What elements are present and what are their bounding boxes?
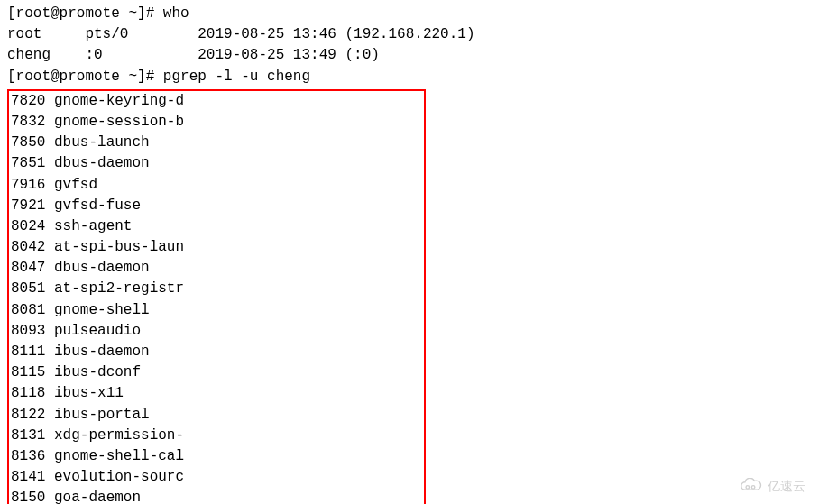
process-pid: 7850 (11, 134, 45, 151)
process-pid: 8093 (11, 323, 45, 339)
process-name: gnome-shell-cal (54, 448, 184, 464)
process-name: dbus-daemon (54, 155, 150, 171)
process-pid: 8150 (11, 490, 45, 504)
pgrep-output-row: 7832 gnome-session-b (11, 112, 422, 133)
process-pid: 8131 (11, 427, 45, 444)
pgrep-output-row: 8122 ibus-portal (11, 405, 422, 426)
svg-point-1 (751, 485, 755, 489)
pgrep-output-highlight-box: 7820 gnome-keyring-d 7832 gnome-session-… (7, 89, 426, 504)
process-name: pulseaudio (54, 323, 141, 339)
pgrep-output-row: 8136 gnome-shell-cal (11, 446, 422, 467)
svg-point-0 (746, 485, 750, 489)
process-name: gnome-keyring-d (54, 93, 184, 109)
pgrep-output-row: 8051 at-spi2-registr (11, 279, 422, 299)
process-pid: 8024 (11, 218, 45, 234)
who-output-row: root pts/0 2019-08-25 13:46 (192.168.220… (7, 24, 812, 45)
pgrep-output-row: 8081 gnome-shell (11, 300, 422, 321)
process-pid: 8042 (11, 239, 45, 255)
pgrep-output-row: 7851 dbus-daemon (11, 153, 422, 174)
pgrep-output-row: 8115 ibus-dconf (11, 362, 422, 383)
cloud-icon (739, 478, 764, 494)
process-pid: 8081 (11, 302, 45, 318)
command-text: pgrep -l -u cheng (163, 69, 310, 85)
pgrep-output-row: 8047 dbus-daemon (11, 258, 422, 279)
pgrep-output-row: 7850 dbus-launch (11, 133, 422, 153)
pgrep-output-row: 8042 at-spi-bus-laun (11, 237, 422, 258)
shell-prompt: [root@promote ~]# (7, 5, 163, 22)
pgrep-output-row: 8118 ibus-x11 (11, 383, 422, 404)
who-output-row: cheng :0 2019-08-25 13:49 (:0) (7, 45, 812, 66)
pgrep-output-row: 7921 gvfsd-fuse (11, 196, 422, 216)
process-name: xdg-permission- (54, 427, 184, 444)
process-pid: 8047 (11, 260, 45, 276)
pgrep-output-row: 8024 ssh-agent (11, 216, 422, 237)
process-name: dbus-launch (54, 134, 150, 151)
process-name: at-spi-bus-laun (54, 239, 184, 255)
terminal-line-cmd2: [root@promote ~]# pgrep -l -u cheng (7, 67, 812, 87)
process-name: ibus-x11 (54, 385, 124, 401)
process-name: gvfsd-fuse (54, 197, 141, 214)
process-pid: 7851 (11, 155, 45, 171)
watermark: 亿速云 (739, 477, 805, 495)
process-name: ibus-portal (54, 407, 150, 423)
process-name: dbus-daemon (54, 260, 150, 276)
watermark-text: 亿速云 (768, 477, 805, 495)
process-name: goa-daemon (54, 490, 141, 504)
pgrep-output-row: 8131 xdg-permission- (11, 426, 422, 446)
process-pid: 8111 (11, 344, 45, 360)
process-name: ibus-dconf (54, 364, 141, 380)
pgrep-output-row: 8111 ibus-daemon (11, 342, 422, 362)
process-name: ibus-daemon (54, 344, 150, 360)
terminal-line-cmd1: [root@promote ~]# who (7, 4, 812, 24)
process-name: gnome-session-b (54, 114, 184, 130)
process-pid: 8115 (11, 364, 45, 380)
process-name: gvfsd (54, 177, 97, 193)
process-pid: 8122 (11, 407, 45, 423)
process-pid: 8136 (11, 448, 45, 464)
process-pid: 7820 (11, 93, 45, 109)
command-text: who (163, 5, 189, 22)
pgrep-output-row: 8093 pulseaudio (11, 321, 422, 342)
process-name: evolution-sourc (54, 469, 184, 485)
pgrep-output-row: 8150 goa-daemon (11, 488, 422, 504)
pgrep-output-row: 8141 evolution-sourc (11, 467, 422, 488)
process-name: ssh-agent (54, 218, 132, 234)
pgrep-output-row: 7820 gnome-keyring-d (11, 91, 422, 112)
process-pid: 8118 (11, 385, 45, 401)
shell-prompt: [root@promote ~]# (7, 69, 163, 85)
process-pid: 8051 (11, 280, 45, 297)
pgrep-output-row: 7916 gvfsd (11, 175, 422, 196)
process-pid: 7921 (11, 197, 45, 214)
process-pid: 7916 (11, 177, 45, 193)
process-pid: 8141 (11, 469, 45, 485)
process-name: at-spi2-registr (54, 280, 184, 297)
process-name: gnome-shell (54, 302, 150, 318)
process-pid: 7832 (11, 114, 45, 130)
